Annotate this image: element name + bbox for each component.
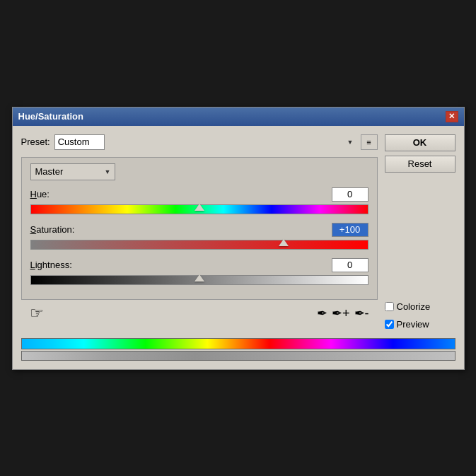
spectrum-hue-bar [21,338,455,349]
preset-menu-button[interactable]: ≡ [361,134,378,150]
colorize-row: Colorize [385,301,455,312]
eyedropper-remove-icon[interactable]: ✒- [354,306,369,321]
hue-slider-track[interactable] [30,204,368,214]
preset-wrapper: Custom [54,134,356,150]
preview-label[interactable]: Preview [397,319,429,330]
reset-button[interactable]: Reset [385,156,455,173]
light-label: Lightness: [30,260,72,270]
channel-select-wrapper: Master [30,163,115,180]
light-underline: L [30,260,35,270]
sat-value-input[interactable] [332,223,368,237]
title-bar: Hue/Saturation ✕ [13,108,464,126]
sat-label: Saturation: [30,224,75,235]
spectrum-gray-bar [21,351,455,361]
dialog-body: Preset: Custom ≡ Master [13,126,464,338]
eyedropper-tools: ✒ ✒+ ✒- [317,306,369,321]
hue-slider-row: Hue: [30,187,368,214]
left-panel: Preset: Custom ≡ Master [21,134,378,330]
bottom-section: ☞ ✒ ✒+ ✒- [21,300,378,330]
ok-button[interactable]: OK [385,134,455,151]
spectrum-bar [21,338,455,361]
eyedropper-add-icon[interactable]: ✒+ [332,306,350,321]
sat-slider-track[interactable] [30,240,368,250]
hue-label: Hue: [30,189,50,199]
colorize-checkbox[interactable] [385,302,394,311]
hue-underline: H [30,189,37,199]
sat-underline: S [30,224,37,235]
lightness-slider-row: Lightness: [30,258,368,285]
channel-row: Master [30,163,368,180]
preset-row: Preset: Custom ≡ [21,134,378,150]
light-value-input[interactable] [332,258,368,272]
sat-thumb-inner [279,239,289,246]
bottom-left: ☞ [30,304,44,323]
preview-checkbox[interactable] [385,320,394,329]
light-thumb-inner [195,274,204,281]
dialog-title: Hue/Saturation [18,111,83,122]
close-button[interactable]: ✕ [446,111,458,122]
hand-icon[interactable]: ☞ [30,304,44,323]
preset-label: Preset: [21,137,50,147]
light-thumb[interactable] [195,274,204,286]
channel-select[interactable]: Master [30,163,115,180]
light-slider-track[interactable] [30,275,368,285]
preset-select[interactable]: Custom [54,134,105,150]
hue-value-input[interactable] [332,187,368,202]
hue-label-row: Hue: [30,187,368,202]
right-panel: OK Reset Colorize Preview [385,134,455,330]
hue-thumb-inner [195,204,204,211]
sat-label-row: Saturation: [30,223,368,237]
sat-thumb[interactable] [279,239,289,250]
light-label-row: Lightness: [30,258,368,272]
eyedropper-icon[interactable]: ✒ [317,306,327,321]
hue-saturation-dialog: Hue/Saturation ✕ Preset: Custom ≡ [12,107,465,370]
saturation-slider-row: Saturation: [30,223,368,250]
colorize-label[interactable]: Colorize [397,301,431,312]
hue-thumb[interactable] [195,204,204,215]
main-group: Master Hue: [21,157,378,300]
preview-row: Preview [385,319,455,330]
